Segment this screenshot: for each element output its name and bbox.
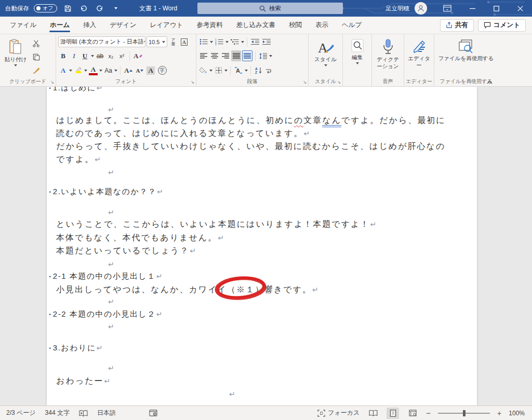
shrink-font-button[interactable]: A — [135, 65, 144, 76]
format-painter-button[interactable] — [31, 65, 41, 76]
language-indicator[interactable]: 日本語 — [97, 409, 116, 417]
paragraph-mark[interactable]: ↵ — [108, 167, 114, 178]
chevron-down-icon[interactable] — [99, 70, 102, 72]
document-page[interactable]: ▪1.はじめに↵↵はじめまして。ここは、ほんとうのほんとうに、初めにの文章なんで… — [47, 87, 477, 405]
subscript-button[interactable]: x₂ — [106, 50, 116, 61]
document-area[interactable]: ▪1.はじめに↵↵はじめまして。ここは、ほんとうのほんとうに、初めにの文章なんで… — [0, 87, 532, 405]
distribute-button[interactable] — [242, 50, 252, 61]
doc-line[interactable]: はじめまして。ここは、ほんとうのほんとうに、初めにの文章なんですよ。だから、最初… — [56, 115, 446, 126]
chevron-down-icon[interactable] — [209, 70, 212, 72]
zoom-out-button[interactable]: − — [426, 409, 431, 417]
paste-button[interactable]: 貼り付け — [2, 36, 29, 77]
cut-button[interactable] — [31, 38, 41, 49]
doc-line[interactable]: 本題だといっているでしょう？↵ — [56, 245, 196, 256]
grow-font-button[interactable]: A — [123, 65, 134, 76]
change-case-button[interactable]: Aa — [103, 65, 113, 76]
page-indicator[interactable]: 2/3 ページ — [6, 409, 36, 417]
decrease-indent-button[interactable] — [250, 36, 260, 47]
save-button[interactable] — [62, 2, 73, 15]
paragraph-mark[interactable]: ↵ — [229, 388, 235, 400]
editor-button[interactable]: エディター — [406, 36, 432, 77]
proofing-status-button[interactable] — [79, 410, 88, 417]
italic-button[interactable]: I — [69, 50, 79, 61]
underline-button[interactable]: U — [80, 50, 90, 61]
multilevel-list-button[interactable] — [230, 36, 240, 47]
font-color-button[interactable]: A — [88, 65, 98, 76]
show-formatting-marks-button[interactable] — [264, 65, 274, 76]
numbering-button[interactable]: 123 — [214, 36, 224, 47]
tab-review[interactable]: 校閲 — [282, 17, 309, 34]
character-border-button[interactable]: A — [179, 36, 189, 47]
paragraph-mark[interactable]: ↵ — [108, 321, 114, 332]
reuse-files-button[interactable]: ファイルを再使用する — [436, 36, 496, 77]
chevron-down-icon[interactable] — [84, 70, 87, 72]
avatar[interactable] — [415, 2, 427, 15]
strikethrough-button[interactable]: ab — [95, 50, 105, 61]
collapse-ribbon-button[interactable] — [487, 80, 493, 84]
copy-button[interactable] — [31, 51, 41, 62]
dialog-launcher-icon[interactable] — [191, 80, 194, 85]
read-mode-button[interactable] — [367, 408, 379, 419]
search-box[interactable]: 検索 — [197, 3, 343, 14]
align-right-button[interactable] — [220, 50, 230, 61]
chevron-down-icon[interactable] — [69, 70, 72, 72]
comments-button[interactable]: コメント — [478, 19, 526, 32]
bullets-button[interactable] — [198, 36, 209, 47]
doc-line[interactable]: ▪2.いよいよ本題なのか？？↵ — [49, 186, 163, 197]
increase-indent-button[interactable] — [261, 36, 272, 47]
web-layout-button[interactable] — [406, 408, 419, 419]
paragraph-mark[interactable]: ↵ — [108, 362, 114, 374]
sort-button[interactable]: A Z — [254, 65, 263, 76]
dialog-launcher-icon[interactable] — [50, 80, 54, 85]
tab-help[interactable]: ヘルプ — [335, 17, 368, 34]
focus-mode-button[interactable]: D フォーカス — [317, 409, 360, 417]
align-left-button[interactable] — [198, 50, 208, 61]
doc-line[interactable]: だからって、手抜きしていいわけじゃなく、いや、最初に読むからこそ、はじめが肝心な… — [56, 141, 445, 152]
borders-button[interactable] — [214, 65, 223, 76]
character-shading-button[interactable]: A — [145, 65, 155, 76]
font-name-select[interactable]: 游明朝 (本文のフォント - 日本語 — [58, 36, 145, 47]
maximize-button[interactable] — [484, 0, 508, 17]
doc-line[interactable]: 本体でもなく、本代でもありません。↵ — [56, 232, 224, 243]
minimize-button[interactable] — [460, 0, 484, 17]
line-spacing-button[interactable] — [258, 50, 268, 61]
word-count[interactable]: 344 文字 — [45, 409, 70, 417]
doc-line[interactable]: ▪3.おわりに↵ — [49, 342, 103, 354]
ribbon-display-options-button[interactable] — [438, 0, 456, 17]
enclose-characters-button[interactable]: 字 — [157, 65, 168, 76]
undo-button[interactable] — [78, 2, 89, 15]
chevron-down-icon[interactable] — [91, 55, 94, 57]
quick-access-customize-button[interactable] — [110, 2, 122, 15]
tab-view[interactable]: 表示 — [309, 17, 335, 34]
doc-line[interactable]: ですよ。↵ — [56, 154, 101, 165]
autosave-toggle[interactable]: オフ — [34, 4, 57, 12]
chevron-down-icon[interactable] — [269, 55, 272, 57]
text-effects-button[interactable]: A — [58, 65, 68, 76]
chevron-down-icon[interactable] — [225, 41, 229, 43]
doc-line[interactable]: おわったー↵ — [56, 375, 110, 387]
editing-button[interactable]: 編集 — [345, 36, 369, 77]
chevron-down-icon[interactable] — [224, 70, 228, 72]
tab-insert[interactable]: 挿入 — [76, 17, 103, 34]
tab-design[interactable]: デザイン — [103, 17, 143, 34]
superscript-button[interactable]: x² — [117, 50, 127, 61]
shading-button[interactable] — [198, 65, 208, 76]
close-button[interactable] — [508, 0, 532, 17]
doc-line[interactable]: 読むのであって、はじめにに入れる文章となっています。↵ — [56, 128, 310, 139]
zoom-slider-thumb[interactable] — [463, 410, 466, 416]
bold-button[interactable]: B — [58, 50, 68, 61]
dialog-launcher-icon[interactable] — [303, 80, 307, 85]
share-button[interactable]: 共有 — [440, 19, 474, 32]
paragraph-mark[interactable]: ↵ — [108, 207, 114, 218]
user-name[interactable]: 足立明穂 — [385, 5, 409, 12]
tab-mailings[interactable]: 差し込み文書 — [229, 17, 282, 34]
highlight-color-button[interactable] — [73, 65, 83, 76]
paragraph-mark[interactable]: ↵ — [108, 296, 114, 307]
chevron-down-icon[interactable] — [114, 70, 117, 72]
chevron-down-icon[interactable] — [241, 41, 244, 43]
zoom-slider[interactable] — [438, 413, 490, 414]
doc-line[interactable]: ということで、ここからは、いよいよ本題にはいりますよ！本題ですよ！↵ — [56, 219, 376, 230]
paragraph-mark[interactable]: ↵ — [108, 104, 114, 115]
macro-recording-button[interactable] — [149, 410, 157, 416]
dialog-launcher-icon[interactable] — [337, 80, 341, 85]
